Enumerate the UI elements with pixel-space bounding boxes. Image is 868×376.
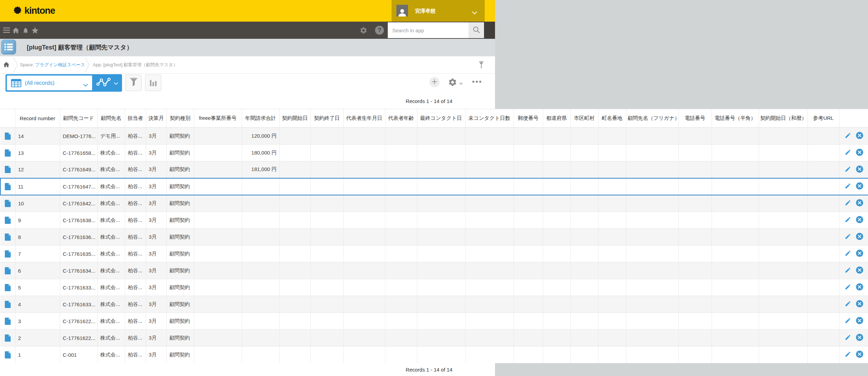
home-icon[interactable] [11, 22, 21, 39]
edit-record-button[interactable] [845, 284, 851, 291]
record-icon-cell[interactable] [0, 313, 15, 330]
table-row[interactable]: 14DEMO-1776...デモ用...柏谷...3月顧問契約120,000 円 [0, 128, 868, 145]
table-row[interactable]: 6C-17761634...株式会...柏谷...3月顧問契約 [0, 262, 868, 279]
column-header-contract_type[interactable]: 契約種別 [166, 109, 194, 128]
graph-menu-button[interactable] [92, 74, 122, 92]
column-header-code[interactable]: 顧問先コード [60, 109, 97, 128]
record-icon-cell[interactable] [0, 195, 15, 212]
view-selector[interactable]: (All records) [6, 74, 122, 92]
edit-record-button[interactable] [845, 300, 851, 308]
table-row[interactable]: 4C-17761633...株式会...柏谷...3月顧問契約 [0, 296, 868, 313]
column-header-phone[interactable]: 電話番号 [678, 109, 712, 128]
column-header-reference_url[interactable]: 参考URL [807, 109, 839, 128]
column-header-contract_start_wareki[interactable]: 契約開始日（和暦） [759, 109, 807, 128]
record-icon-cell[interactable] [0, 346, 15, 363]
table-row[interactable]: 3C-17761622...株式会...柏谷...3月顧問契約 [0, 313, 868, 330]
breadcrumb-space-link[interactable]: プラグイン検証スペース [35, 62, 85, 67]
edit-record-button[interactable] [845, 250, 851, 258]
record-icon-cell[interactable] [0, 161, 15, 178]
view-select-dropdown[interactable]: (All records) [7, 76, 92, 90]
table-row[interactable]: 9C-17761638...株式会...柏谷...3月顧問契約 [0, 212, 868, 229]
column-header-record_number[interactable]: Record number [15, 109, 60, 128]
delete-record-button[interactable] [856, 351, 863, 359]
more-options-button[interactable] [472, 81, 481, 83]
kintone-logo[interactable]: kintone [12, 0, 55, 22]
view-settings-button[interactable] [448, 78, 463, 88]
column-header-annual_total[interactable]: 年間請求合計 [242, 109, 279, 128]
table-row[interactable]: 8C-17761636...株式会...柏谷...3月顧問契約 [0, 229, 868, 246]
search-button[interactable] [469, 22, 484, 38]
delete-record-button[interactable] [856, 216, 863, 224]
record-icon-cell[interactable] [0, 246, 15, 262]
edit-record-button[interactable] [845, 233, 851, 241]
table-row[interactable]: 12C-17761649...株式会...柏谷...3月顧問契約181,000 … [0, 161, 868, 178]
record-icon-cell[interactable] [0, 178, 15, 195]
column-header-name_kana[interactable]: 顧問先名（フリガナ） [626, 109, 678, 128]
edit-record-button[interactable] [845, 149, 851, 157]
record-icon-cell[interactable] [0, 296, 15, 313]
delete-record-button[interactable] [856, 300, 863, 308]
column-header-address[interactable]: 町名番地 [598, 109, 626, 128]
edit-record-button[interactable] [845, 132, 851, 140]
edit-record-button[interactable] [845, 317, 851, 325]
help-icon[interactable]: ? [375, 22, 384, 39]
record-icon-cell[interactable] [0, 262, 15, 279]
delete-record-button[interactable] [856, 250, 863, 258]
user-menu[interactable]: 宮澤孝慈 [392, 0, 485, 22]
edit-record-button[interactable] [845, 351, 851, 358]
table-row[interactable]: 7C-17761635...株式会...柏谷...3月顧問契約 [0, 246, 868, 262]
record-icon-cell[interactable] [0, 145, 15, 161]
delete-record-button[interactable] [856, 233, 863, 241]
record-icon-cell[interactable] [0, 212, 15, 229]
breadcrumb-home-icon[interactable] [3, 62, 9, 69]
column-header-name[interactable]: 顧問先名 [97, 109, 125, 128]
chart-button[interactable] [145, 75, 161, 91]
edit-record-button[interactable] [845, 267, 851, 274]
delete-record-button[interactable] [856, 334, 863, 342]
edit-record-button[interactable] [845, 334, 851, 342]
delete-record-button[interactable] [856, 199, 863, 207]
record-icon-cell[interactable] [0, 279, 15, 296]
delete-record-button[interactable] [856, 182, 863, 191]
table-row[interactable]: 10C-17761642...株式会...柏谷...3月顧問契約 [0, 195, 868, 212]
settings-gear-icon[interactable] [359, 22, 368, 39]
edit-record-button[interactable] [845, 166, 851, 173]
app-icon[interactable] [1, 39, 16, 55]
delete-record-button[interactable] [856, 266, 863, 275]
column-header-days_since_contact[interactable]: 未コンタクト日数 [465, 109, 514, 128]
column-header-rep_age[interactable]: 代表者年齢 [385, 109, 417, 128]
filter-button[interactable] [125, 75, 142, 91]
column-header-phone_hankaku[interactable]: 電話番号（半角） [712, 109, 759, 128]
column-header-freee_office_no[interactable]: freee事業所番号 [194, 109, 242, 128]
pin-icon[interactable] [479, 61, 484, 70]
delete-record-button[interactable] [856, 166, 863, 174]
record-icon-cell[interactable] [0, 128, 15, 145]
table-row[interactable]: 13C-17761658...株式会...柏谷...3月顧問契約180,000 … [0, 145, 868, 161]
column-header-fiscal_month[interactable]: 決算月 [146, 109, 166, 128]
edit-record-button[interactable] [845, 183, 851, 190]
menu-icon[interactable] [2, 22, 11, 39]
delete-record-button[interactable] [856, 149, 863, 157]
column-header-city[interactable]: 市区町村 [570, 109, 598, 128]
notifications-bell-icon[interactable] [21, 22, 30, 39]
column-header-postal_code[interactable]: 郵便番号 [514, 109, 543, 128]
column-header-prefecture[interactable]: 都道府県 [543, 109, 570, 128]
favorites-star-icon[interactable] [30, 22, 40, 39]
record-icon-cell[interactable] [0, 229, 15, 246]
table-row[interactable]: 2C-17761622...株式会...柏谷...3月顧問契約 [0, 330, 868, 346]
add-record-button[interactable] [429, 77, 440, 87]
delete-record-button[interactable] [856, 283, 863, 292]
column-header-rep_birthday[interactable]: 代表者生年月日 [343, 109, 385, 128]
edit-record-button[interactable] [845, 216, 851, 224]
column-header-contract_end[interactable]: 契約終了日 [310, 109, 343, 128]
column-header-contract_start[interactable]: 契約開始日 [279, 109, 310, 128]
table-row[interactable]: 1C-001株式会...柏谷...3月顧問契約 [0, 346, 868, 363]
column-header-rep[interactable]: 担当者 [125, 109, 146, 128]
search-input[interactable] [388, 22, 469, 38]
delete-record-button[interactable] [856, 132, 863, 140]
delete-record-button[interactable] [856, 317, 863, 325]
table-row[interactable]: 11C-17761647...株式会...柏谷...3月顧問契約 [0, 178, 868, 195]
column-header-last_contact[interactable]: 最終コンタクト日 [417, 109, 465, 128]
edit-record-button[interactable] [845, 200, 851, 207]
record-icon-cell[interactable] [0, 330, 15, 346]
